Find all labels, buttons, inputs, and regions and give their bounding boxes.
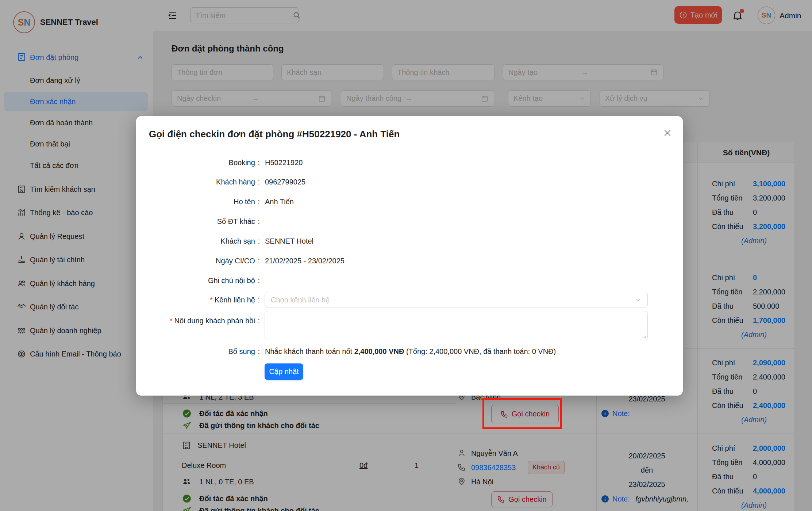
app-root: SN SENNET Travel Đơn đặt phòng Đơn đang …	[0, 0, 812, 511]
form-row-cico-date: Ngày CI/CO 21/02/2025 - 23/02/2025	[149, 255, 671, 266]
feedback-textarea[interactable]	[265, 311, 648, 340]
extra-suffix: (Tổng: 2,400,000 VNĐ, đã thanh toán: 0 V…	[404, 347, 556, 355]
extra-prefix: Nhắc khách thanh toán nốt	[265, 347, 354, 355]
contact-channel-placeholder: Chọn kênh liên hệ	[271, 296, 635, 304]
form-row-other-phone: Số ĐT khác	[149, 216, 671, 227]
field-label: Họ tên	[149, 196, 260, 207]
close-icon[interactable]	[661, 126, 674, 140]
chevron-down-icon	[635, 297, 642, 303]
update-button[interactable]: Cập nhật	[265, 363, 303, 380]
field-label: Ghi chú nội bộ	[149, 275, 260, 286]
form-row-customer: Khách hàng 0962799025	[149, 176, 671, 187]
field-label: Khách hàng	[149, 176, 260, 187]
modal-title: Gọi điện checkin đơn đặt phòng #H5022192…	[149, 129, 400, 140]
form-row-fullname: Họ tên Anh Tiến	[149, 196, 671, 207]
field-value: Anh Tiến	[265, 196, 294, 207]
field-label: Khách sạn	[149, 236, 260, 247]
annotation-highlight-rect	[482, 398, 562, 429]
required-asterisk	[170, 317, 174, 325]
form-row-booking: Booking H50221920	[149, 157, 671, 168]
field-label: Booking	[149, 157, 260, 168]
form-row-hotel: Khách sạn SENNET Hotel	[149, 236, 671, 247]
form-row-internal-note: Ghi chú nội bộ	[149, 275, 671, 286]
field-value: 21/02/2025 - 23/02/2025	[265, 255, 345, 266]
form-row-extra: Bổ sung Nhắc khách thanh toán nốt 2,400,…	[149, 346, 671, 357]
contact-channel-select[interactable]: Chọn kênh liên hệ	[265, 292, 648, 308]
field-value: SENNET Hotel	[265, 236, 313, 247]
field-value: H50221920	[265, 157, 303, 168]
field-label: Kênh liên hệ	[215, 296, 255, 304]
field-label: Ngày CI/CO	[149, 255, 260, 266]
required-asterisk	[210, 296, 215, 304]
field-label: Bổ sung	[149, 346, 260, 357]
extra-payment-text: Nhắc khách thanh toán nốt 2,400,000 VNĐ …	[265, 346, 556, 357]
field-label: Nội dung khách phản hồi	[174, 317, 255, 325]
checkin-call-modal: Gọi điện checkin đơn đặt phòng #H5022192…	[136, 116, 683, 396]
field-value: 0962799025	[265, 176, 305, 187]
extra-amount: 2,400,000 VNĐ	[354, 347, 404, 355]
field-label: Số ĐT khác	[149, 216, 260, 227]
